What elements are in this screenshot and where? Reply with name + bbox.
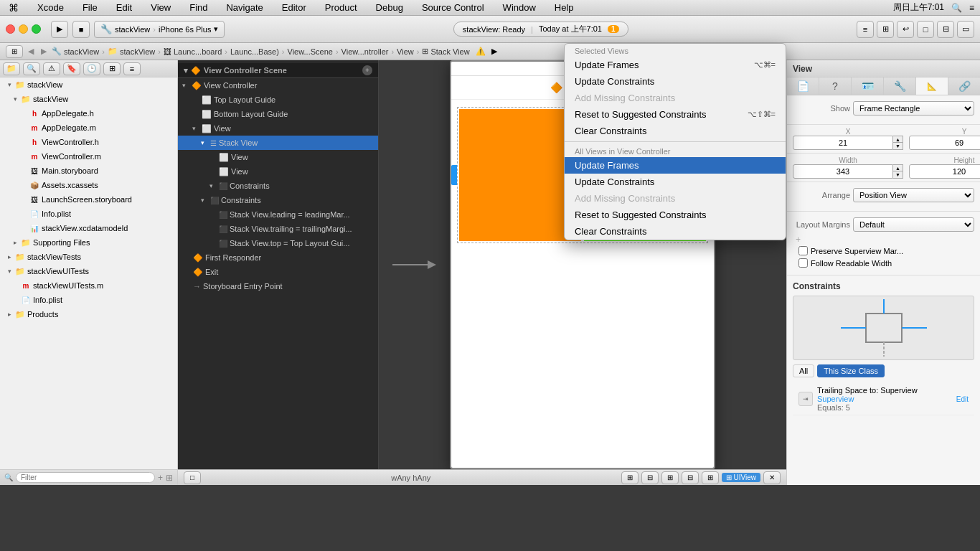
sidebar-bookmark-btn[interactable]: 🔖	[63, 62, 80, 75]
breadcrumb-view[interactable]: View	[397, 47, 414, 56]
grid-btn[interactable]: ⊞	[702, 471, 719, 484]
scene-item-constraint-leading[interactable]: ▸ ⬛ Stack View.leading = leadingMar...	[178, 207, 378, 222]
scene-item-stack-view[interactable]: ▾ ☰ Stack View	[178, 136, 378, 150]
sidebar-item-uitests-m[interactable]: m stackViewUITests.m	[0, 278, 177, 293]
ctx-update-constraints-2[interactable]: Update Constraints	[565, 174, 786, 190]
ctx-update-constraints-1[interactable]: Update Constraints	[565, 73, 786, 90]
menu-source-control[interactable]: Source Control	[419, 2, 487, 13]
breadcrumb-stackview2[interactable]: 📁 stackView	[108, 47, 155, 56]
size-class-btn3[interactable]: ⊞	[661, 471, 679, 484]
left-handle[interactable]	[451, 165, 457, 185]
editor-standard-btn[interactable]: ≡	[857, 21, 874, 38]
menu-list-icon[interactable]: ≡	[969, 3, 974, 13]
inspector-tab-identity[interactable]: 🪪	[852, 77, 884, 95]
sidebar-item-launchscreen[interactable]: 🖼 LaunchScreen.storyboard	[0, 192, 177, 207]
x-step-up[interactable]: ▲	[893, 136, 903, 143]
close-button[interactable]	[6, 24, 15, 34]
sidebar-history-btn[interactable]: 🕒	[83, 62, 100, 75]
editor-assistant-btn[interactable]: ⊞	[877, 21, 894, 38]
menu-window[interactable]: Window	[500, 2, 539, 13]
debug-toggle-btn[interactable]: ⊟	[937, 21, 954, 38]
inspector-tab-attributes[interactable]: 🔧	[884, 77, 916, 95]
menu-debug[interactable]: Debug	[373, 2, 406, 13]
scene-item-bottom-layout[interactable]: ▸ ⬜ Bottom Layout Guide	[178, 107, 378, 121]
sidebar-item-xcdatamodel[interactable]: 📊 stackView.xcdatamodeld	[0, 221, 177, 235]
x-input[interactable]	[793, 136, 893, 150]
storyboard-view-btn[interactable]: □	[184, 471, 201, 484]
scene-outline-close-icon[interactable]: +	[362, 65, 372, 75]
warning-badge[interactable]: 1	[608, 25, 619, 33]
editor-version-btn[interactable]: ↩	[897, 21, 914, 38]
filter-add-icon[interactable]: +	[158, 473, 163, 483]
ctx-reset-suggested-2[interactable]: Reset to Suggested Constraints	[565, 207, 786, 223]
grid-view-btn[interactable]: ⊞	[6, 45, 23, 58]
sidebar-item-supporting-files[interactable]: 📁 Supporting Files	[0, 235, 177, 250]
preserve-checkbox[interactable]	[798, 246, 808, 255]
inspector-tab-connections[interactable]: 🔗	[948, 77, 980, 95]
scene-item-constraint-trailing[interactable]: ▸ ⬛ Stack View.trailing = trailingMargi.…	[178, 222, 378, 236]
scene-item-viewcontroller[interactable]: ▾ 🔶 View Controller	[178, 78, 378, 93]
scheme-selector[interactable]: 🔧 stackView › iPhone 6s Plus ▾	[94, 21, 225, 38]
menu-file[interactable]: File	[80, 2, 100, 13]
edit-constraint-btn[interactable]: Edit	[956, 395, 969, 403]
menu-search-icon[interactable]: 🔍	[951, 3, 962, 13]
sidebar-sort-btn[interactable]: ≡	[123, 62, 141, 75]
context-menu[interactable]: Selected Views Update Frames ⌥⌘= Update …	[564, 43, 786, 240]
scene-item-constraint-top[interactable]: ▸ ⬛ Stack View.top = Top Layout Gui...	[178, 236, 378, 250]
run-button[interactable]: ▶	[51, 21, 68, 38]
menu-editor[interactable]: Editor	[279, 2, 309, 13]
sidebar-item-stackview-child[interactable]: 📁 stackView	[0, 92, 177, 106]
menu-help[interactable]: Help	[552, 2, 577, 13]
readable-width-checkbox[interactable]	[798, 258, 808, 268]
size-class-btn4[interactable]: ⊟	[682, 471, 699, 484]
breadcrumb-stackview1[interactable]: 🔧 stackView	[52, 47, 99, 56]
sidebar-item-main-storyboard[interactable]: 🖼 Main.storyboard	[0, 164, 177, 178]
sidebar-item-appdelegate-h[interactable]: h AppDelegate.h	[0, 106, 177, 121]
sidebar-item-products[interactable]: 📁 Products	[0, 307, 177, 321]
nav-more-btn[interactable]: ▶	[491, 47, 497, 56]
breadcrumb-launchbase[interactable]: Launc...Base)	[230, 47, 279, 56]
sidebar-warning-btn[interactable]: ⚠	[43, 62, 60, 75]
breadcrumb-viewscene[interactable]: View...Scene	[288, 47, 333, 56]
menu-find[interactable]: Find	[187, 2, 210, 13]
scene-item-view[interactable]: ▾ ⬜ View	[178, 121, 378, 136]
sidebar-item-viewcontroller-h[interactable]: h ViewController.h	[0, 135, 177, 149]
scene-item-exit[interactable]: ▸ 🔶 Exit	[178, 265, 378, 279]
warning-icon[interactable]: ⚠️	[476, 47, 486, 56]
menu-view[interactable]: View	[148, 2, 174, 13]
width-input[interactable]	[793, 164, 893, 179]
sidebar-filter-input[interactable]	[16, 472, 155, 483]
inspector-tab-size[interactable]: 📐	[916, 77, 948, 95]
nav-back-btn[interactable]: ◀	[26, 47, 36, 56]
arrange-select[interactable]: Position View	[853, 188, 974, 202]
breadcrumb-stackview-item[interactable]: ⊞ Stack View	[422, 47, 469, 56]
nav-forward-btn[interactable]: ▶	[39, 47, 49, 56]
scene-item-view3[interactable]: ▸ ⬜ View	[178, 164, 378, 179]
ctx-reset-suggested-1[interactable]: Reset to Suggested Constraints ⌥⇧⌘=	[565, 106, 786, 123]
this-size-class-tab[interactable]: This Size Class	[817, 364, 885, 377]
inspector-tab-quick-help[interactable]: ?	[819, 77, 852, 95]
sidebar-item-info-plist2[interactable]: 📄 Info.plist	[0, 293, 177, 307]
sidebar-item-stackview-root[interactable]: 📁 stackView	[0, 77, 177, 92]
menu-product[interactable]: Product	[322, 2, 360, 13]
menu-xcode[interactable]: Xcode	[34, 2, 67, 13]
sidebar-item-assets[interactable]: 📦 Assets.xcassets	[0, 178, 177, 192]
apple-menu[interactable]: ⌘	[6, 2, 22, 14]
inspector-tab-file[interactable]: 📄	[787, 77, 819, 95]
width-step-up[interactable]: ▲	[893, 164, 903, 171]
sidebar-hierarchy-btn[interactable]: ⊞	[103, 62, 121, 75]
scene-item-entry-point[interactable]: ▸ → Storyboard Entry Point	[178, 279, 378, 293]
scene-item-view2[interactable]: ▸ ⬜ View	[178, 150, 378, 164]
filter-options-icon[interactable]: ⊞	[166, 473, 173, 483]
scene-outline-expand-icon[interactable]: ▾	[184, 66, 188, 75]
layout-margins-select[interactable]: Default	[853, 217, 974, 232]
sidebar-item-stackviewtests[interactable]: 📁 stackViewTests	[0, 250, 177, 264]
sidebar-filter-btn[interactable]: 🔍	[23, 62, 40, 75]
navigator-toggle-btn[interactable]: □	[917, 21, 934, 38]
breadcrumb-launchboard[interactable]: 🖼 Launc...board	[164, 47, 222, 56]
maximize-button[interactable]	[32, 24, 41, 34]
close-bottom-btn[interactable]: ✕	[763, 471, 781, 484]
ctx-clear-constraints-1[interactable]: Clear Constraints	[565, 123, 786, 139]
inspector-toggle-btn[interactable]: ▭	[957, 21, 974, 38]
height-input[interactable]	[909, 164, 980, 179]
